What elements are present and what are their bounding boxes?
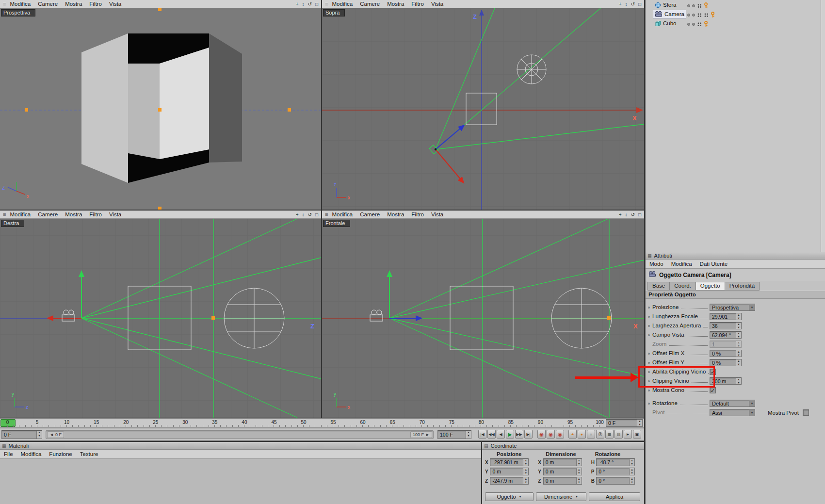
cursor-button[interactable]: ► [624, 430, 632, 439]
viewport-menu-vista[interactable]: Vista [431, 211, 443, 217]
stepper-up-icon[interactable]: ▲ [577, 459, 582, 462]
stepper-icon[interactable]: ▲▼ [523, 459, 528, 466]
attributes-menu-modo[interactable]: Modo [649, 261, 663, 267]
start-frame-field[interactable]: 0 F ▲ ▼ [1, 430, 42, 439]
stepper-up-icon[interactable]: ▲ [736, 359, 741, 363]
viewport-menu-camere[interactable]: Camere [38, 1, 58, 7]
stepper-up-icon[interactable]: ▲ [736, 350, 741, 354]
stepper-down-icon[interactable]: ▼ [630, 471, 634, 475]
stepper-up-icon[interactable]: ▲ [523, 477, 528, 481]
stepper-down-icon[interactable]: ▼ [736, 317, 741, 320]
pan-icon[interactable]: + [296, 1, 299, 7]
stepper-icon[interactable]: ▲▼ [736, 332, 741, 338]
materials-menu-file[interactable]: File [4, 451, 13, 457]
dot-grid-icon[interactable] [697, 3, 702, 8]
stepper-down-icon[interactable]: ▼ [577, 462, 582, 466]
play-button[interactable]: ▶ [506, 430, 514, 439]
tab-coord[interactable]: Coord. [669, 282, 696, 291]
stepper-up-icon[interactable]: ▲ [466, 431, 471, 434]
key-icon[interactable] [704, 21, 708, 27]
viewport-menu-filtro[interactable]: Filtro [411, 211, 424, 217]
visibility-dot-editor[interactable] [687, 23, 690, 26]
viewport-menu-vista[interactable]: Vista [109, 211, 121, 217]
goto-start-button[interactable]: |◀ [478, 430, 486, 439]
offset-film-x-field[interactable]: 0 %▲▼ [710, 350, 742, 357]
materials-menu-funzione[interactable]: Funzione [49, 451, 72, 457]
viewport-menu-modifica[interactable]: Modifica [332, 211, 353, 217]
stepper-icon[interactable]: ▲ ▼ [36, 431, 42, 439]
frustum-handle[interactable] [607, 316, 611, 320]
stepper-icon[interactable]: ▲▼ [576, 477, 582, 484]
stepper-up-icon[interactable]: ▲ [736, 323, 741, 326]
front-view[interactable]: X y x [322, 219, 644, 418]
stepper-up-icon[interactable]: ▲ [523, 468, 528, 471]
visibility-dot-render[interactable] [692, 14, 695, 16]
stepper-up-icon[interactable]: ▲ [630, 468, 634, 471]
grid-b-button[interactable]: ▤ [615, 430, 623, 439]
right-view[interactable]: Z y z [0, 219, 321, 418]
tab-oggetto[interactable]: Oggetto [696, 282, 725, 291]
pan-icon[interactable]: + [296, 212, 299, 217]
zoom-field[interactable]: 1▲▼ [710, 341, 742, 348]
mostra-pivot-checkbox[interactable] [803, 409, 809, 416]
rotation-b-field[interactable]: 0 °▲▼ [596, 477, 635, 485]
viewport-menu-modifica[interactable]: Modifica [10, 1, 31, 7]
visibility-dot-editor[interactable] [687, 4, 690, 7]
stepper-icon[interactable]: ▲ ▼ [637, 420, 642, 426]
panel-grip-icon[interactable]: ≡ [325, 1, 328, 7]
panel-grip-icon[interactable]: ≡ [3, 1, 6, 7]
range-start-handle[interactable]: ◄ 0 F [47, 431, 64, 438]
materials-menu-texture[interactable]: Texture [80, 451, 98, 457]
object-row-camera[interactable]: Camera [646, 9, 825, 18]
frame-range-slider[interactable]: ◄ 0 F 100 F ► [46, 430, 434, 439]
key-icon[interactable] [711, 12, 715, 18]
viewport-menu-mostra[interactable]: Mostra [65, 211, 82, 217]
range-end-handle[interactable]: 100 F ► [410, 431, 432, 438]
dot-grid-icon[interactable] [697, 22, 702, 27]
tab-profondit[interactable]: Profondità [725, 282, 760, 291]
rotate-icon[interactable]: ↺ [631, 212, 635, 217]
stepper-icon[interactable]: ▲▼ [736, 359, 741, 366]
viewport-menu-mostra[interactable]: Mostra [387, 211, 404, 217]
stepper-up-icon[interactable]: ▲ [736, 378, 741, 381]
object-row-sfera[interactable]: Sfera [646, 0, 825, 9]
stepper-icon[interactable]: ▲▼ [629, 459, 634, 466]
stepper-up-icon[interactable]: ▲ [577, 477, 582, 481]
zoom-icon[interactable]: ↕ [625, 212, 628, 217]
visibility-dot-render[interactable] [692, 23, 695, 26]
position-y-field[interactable]: 0 m▲▼ [490, 468, 529, 475]
stepper-down-icon[interactable]: ▼ [37, 434, 42, 438]
top-view[interactable]: Z X z x [322, 8, 644, 210]
pla-button[interactable]: Ⓟ [596, 430, 604, 439]
stepper-icon[interactable]: ▲▼ [736, 323, 741, 329]
stepper-down-icon[interactable]: ▼ [736, 326, 741, 329]
stepper-up-icon[interactable]: ▲ [736, 313, 741, 317]
viewport-menu-vista[interactable]: Vista [431, 1, 443, 7]
stepper-down-icon[interactable]: ▼ [736, 381, 741, 385]
viewport-canvas[interactable]: X y x Frontale [322, 219, 644, 418]
pan-icon[interactable]: + [619, 212, 622, 217]
timeline-ruler[interactable]: 0510152025303540455055606570758085909510… [0, 418, 644, 428]
coord-button-dimensione[interactable]: Dimensione▼ [536, 492, 586, 501]
stepper-up-icon[interactable]: ▲ [736, 341, 741, 344]
dot-grid-icon[interactable] [697, 13, 702, 17]
offset-film-y-field[interactable]: 0 %▲▼ [710, 359, 742, 366]
goto-end-button[interactable]: ▶| [524, 430, 533, 439]
object-row-cubo[interactable]: Cubo [646, 18, 825, 28]
attributes-menu-modifica[interactable]: Modifica [671, 261, 692, 267]
end-frame-field[interactable]: 100 F ▲ ▼ [437, 430, 471, 439]
viewport-menu-mostra[interactable]: Mostra [65, 1, 82, 7]
record-position-button[interactable]: ◉ [537, 430, 546, 439]
attributes-menu-dati-utente[interactable]: Dati Utente [700, 261, 728, 267]
visibility-dot-editor[interactable] [687, 14, 690, 16]
dot-grid-icon[interactable] [704, 13, 709, 17]
maximize-icon[interactable]: □ [315, 1, 318, 7]
zoom-icon[interactable]: ↕ [302, 212, 305, 217]
rotation-p-field[interactable]: 0 °▲▼ [596, 468, 635, 475]
campo-vista-field[interactable]: 62.094 °▲▼ [710, 331, 742, 339]
stepper-icon[interactable]: ▲▼ [576, 468, 582, 475]
perspective-view[interactable]: Z x [0, 8, 321, 210]
layout-button[interactable]: ▣ [633, 430, 641, 439]
stepper-down-icon[interactable]: ▼ [577, 471, 582, 475]
stepper-up-icon[interactable]: ▲ [630, 459, 634, 462]
